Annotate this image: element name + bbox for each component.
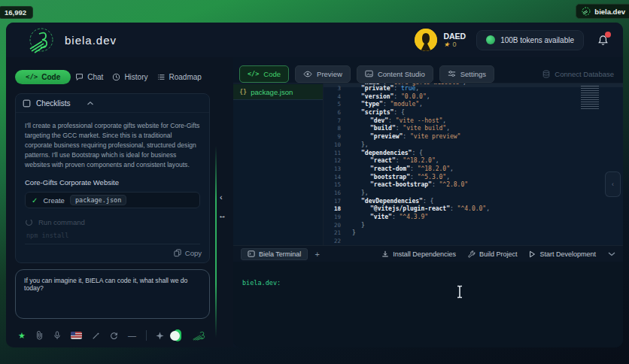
terminal-icon	[248, 250, 255, 257]
expand-right-panel-button[interactable]: ‹	[605, 171, 621, 197]
avatar	[415, 29, 437, 51]
wrench-icon	[468, 250, 476, 258]
notification-badge	[605, 32, 611, 38]
tab-history[interactable]: History	[108, 70, 152, 84]
tab-code-right[interactable]: </> Code	[239, 65, 289, 83]
biela-logo-icon	[26, 25, 57, 55]
connect-database-button[interactable]: Connect Database	[542, 70, 614, 78]
code-line: 15"react-bootstrap": "^2.8.0"	[324, 181, 623, 190]
attachment-icon[interactable]	[35, 331, 44, 340]
terminal-prompt: biela.dev:	[242, 279, 281, 287]
spinner-icon	[25, 218, 33, 226]
code-icon: </>	[248, 70, 259, 77]
checkbox-icon	[23, 99, 31, 108]
project-title: Core-Gifts Corporate Website	[25, 178, 200, 187]
code-line: 14"bootstrap": "^5.3.0",	[324, 174, 623, 182]
user-name: DAED	[443, 32, 466, 41]
token-coin-icon	[486, 35, 495, 44]
json-file-icon: {}	[239, 88, 247, 96]
biela-bird-logo	[191, 320, 207, 347]
refresh-icon[interactable]	[110, 332, 118, 340]
new-terminal-button[interactable]: +	[314, 250, 319, 259]
panel-divider: ‹ ↔	[216, 57, 233, 347]
dash-icon[interactable]: —	[128, 331, 136, 340]
copy-button[interactable]: Copy	[174, 249, 202, 257]
build-project-button[interactable]: Build Project	[468, 250, 518, 258]
code-line: 8"build": "vite build",	[324, 125, 623, 133]
logo-text: biela.dev	[65, 34, 117, 47]
assistant-message: I'll create a professional corporate gif…	[25, 121, 200, 170]
terminal-bar: Biela Terminal + Install Dependencies	[233, 245, 623, 262]
play-icon	[529, 250, 536, 258]
code-lines: 3"private": true,4"version": "0.0.0",5"t…	[324, 85, 623, 245]
workspace-panel: </> Code Preview Content Studio	[233, 57, 623, 347]
database-icon	[542, 70, 550, 78]
download-icon	[381, 250, 389, 258]
list-icon	[157, 73, 166, 81]
clipped-code-line: "name": "core-gifts-website",	[324, 83, 623, 87]
code-line: 18"@vitejs/plugin-react": "^4.0.0",	[324, 205, 623, 214]
star-count: 0	[452, 41, 456, 48]
code-line: 12"react": "^18.2.0",	[324, 157, 623, 165]
prompt-toolbar: ★ —	[15, 326, 210, 345]
sparkle-icon[interactable]	[156, 332, 164, 340]
tokens-pill[interactable]: 100B tokens available	[476, 30, 584, 50]
collapse-panel-button[interactable]: ‹	[220, 193, 223, 202]
task-pending-label: Run command	[38, 218, 85, 226]
terminal-tab[interactable]: Biela Terminal	[241, 248, 308, 260]
install-dependencies-button[interactable]: Install Dependencies	[381, 250, 456, 258]
tab-settings[interactable]: Settings	[439, 65, 494, 83]
code-line: "name": "core-gifts-website",	[324, 83, 623, 87]
tab-preview[interactable]: Preview	[295, 65, 351, 83]
site-watermark-badge: biela.dev	[576, 4, 629, 19]
tokens-label: 100B tokens available	[500, 36, 574, 44]
tab-chat[interactable]: Chat	[71, 70, 108, 84]
code-line: 21}	[324, 229, 623, 238]
divider-glow	[215, 146, 217, 338]
task-create-package-json[interactable]: ✓ Create package.json	[25, 192, 200, 208]
check-icon: ✓	[32, 196, 38, 205]
code-line: 22	[324, 238, 623, 245]
start-development-button[interactable]: Start Development	[529, 250, 596, 258]
tab-roadmap[interactable]: Roadmap	[153, 70, 206, 84]
task-action-label: Create	[43, 196, 65, 205]
sliders-icon	[448, 70, 456, 77]
image-icon	[365, 70, 373, 77]
terminal-output[interactable]: biela.dev:	[233, 262, 623, 347]
chevron-up-icon[interactable]	[87, 101, 94, 106]
code-line: 5"type": "module",	[324, 101, 623, 109]
copy-icon	[174, 249, 181, 257]
chevron-down-icon	[608, 252, 615, 256]
pending-command: npm install	[25, 232, 200, 244]
ai-mode-toggle[interactable]	[174, 329, 181, 341]
biela-logo-icon	[582, 7, 591, 16]
eye-icon	[303, 71, 312, 77]
code-line: 11"dependencies": {	[324, 150, 623, 158]
tab-code-left[interactable]: </> Code	[15, 70, 71, 84]
code-line: 7"dev": "vite --host",	[324, 117, 623, 126]
user-chip[interactable]: DAED ★ 0	[415, 29, 466, 51]
prompt-input[interactable]	[15, 269, 210, 319]
app-header: biela.dev DAED ★ 0 100B tokens avail	[6, 23, 623, 57]
minimap[interactable]	[581, 86, 599, 110]
task-file-chip: package.json	[70, 195, 126, 205]
workspace-tabs: </> Code Preview Content Studio	[233, 57, 623, 83]
left-tabs: </> Code Chat History	[15, 68, 210, 86]
code-line: 9"preview": "vite preview"	[324, 133, 623, 141]
magic-wand-icon[interactable]	[92, 332, 100, 340]
code-line: 10},	[324, 141, 623, 150]
notifications-button[interactable]	[594, 32, 611, 48]
file-row-package-json[interactable]: {} package.json	[233, 84, 323, 100]
code-line: 17"devDependencies": {	[324, 198, 623, 206]
favorite-star-icon[interactable]: ★	[18, 331, 26, 341]
code-line: 20}	[324, 222, 623, 230]
microphone-icon[interactable]	[53, 331, 61, 340]
terminal-actions-chevron[interactable]	[608, 252, 615, 256]
clock-icon	[112, 73, 120, 81]
code-editor[interactable]: "name": "core-gifts-website", 3"private"…	[324, 83, 623, 245]
language-flag-icon[interactable]	[71, 332, 82, 339]
checklists-section: Checklists I'll create a professional co…	[15, 93, 210, 263]
resize-handle-icon[interactable]: ↔	[218, 211, 226, 220]
checklists-header[interactable]: Checklists	[16, 94, 209, 113]
tab-content-studio[interactable]: Content Studio	[357, 65, 433, 83]
